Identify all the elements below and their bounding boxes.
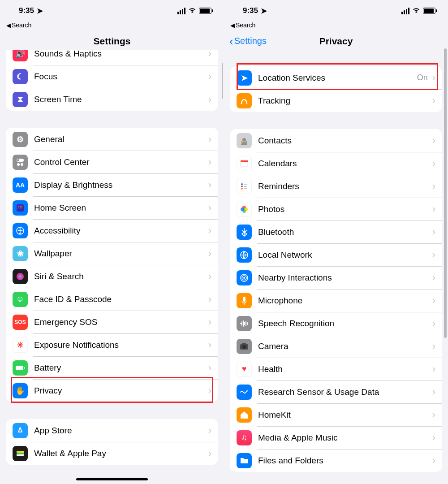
row-local-network[interactable]: Local Network › [230, 243, 442, 266]
row-microphone[interactable]: Microphone › [230, 289, 442, 312]
row-home-screen[interactable]: Home Screen › [6, 196, 218, 219]
breadcrumb-back-search[interactable]: ◀ Search [224, 22, 448, 30]
row-label: Privacy [34, 386, 208, 396]
chevron-right-icon: › [432, 249, 435, 261]
focus-icon: ☾ [13, 69, 28, 84]
breadcrumb-back-search[interactable]: ◀ Search [0, 22, 224, 30]
page-title: Privacy [319, 36, 353, 47]
home-indicator[interactable] [76, 478, 148, 480]
home-screen-icon [13, 200, 28, 216]
page-scrollbar[interactable] [444, 48, 447, 338]
chevron-right-icon: › [208, 179, 211, 191]
row-sounds-haptics[interactable]: 🔊 Sounds & Haptics › [6, 50, 218, 65]
row-speech-recognition[interactable]: Speech Recognition › [230, 312, 442, 335]
svg-rect-18 [17, 453, 24, 454]
chevron-right-icon: › [432, 203, 435, 215]
row-contacts[interactable]: Contacts › [230, 129, 442, 152]
chevron-right-icon: › [208, 134, 211, 145]
row-exposure-notifications[interactable]: ☀ Exposure Notifications › [6, 333, 218, 356]
chevron-right-icon: › [432, 158, 435, 169]
row-calendars[interactable]: Calendars › [230, 152, 442, 175]
svg-point-5 [18, 205, 19, 207]
row-siri-search[interactable]: Siri & Search › [6, 265, 218, 288]
row-control-center[interactable]: Control Center › [6, 151, 218, 173]
chevron-right-icon: › [432, 272, 435, 284]
home-icon [237, 407, 252, 423]
row-camera[interactable]: Camera › [230, 335, 442, 358]
row-bluetooth[interactable]: Bluetooth › [230, 220, 442, 243]
chevron-right-icon: › [432, 455, 435, 467]
row-battery[interactable]: Battery › [6, 356, 218, 379]
svg-point-19 [242, 138, 246, 142]
chevron-right-icon: › [432, 341, 435, 352]
svg-rect-38 [243, 297, 246, 302]
svg-point-3 [21, 163, 23, 166]
row-label: Research Sensor & Usage Data [258, 387, 432, 397]
row-label: Face ID & Passcode [34, 294, 208, 304]
row-label: Wallpaper [34, 249, 208, 259]
settings-scroll[interactable]: 🔊 Sounds & Haptics › ☾ Focus › ⧗ Screen … [0, 50, 224, 484]
chevron-right-icon: › [208, 50, 211, 60]
privacy-scroll[interactable]: ➤ Location Services On › Tracking › Cont… [224, 53, 448, 484]
row-health[interactable]: ♥ Health › [230, 358, 442, 380]
svg-point-35 [243, 277, 245, 279]
row-screen-time[interactable]: ⧗ Screen Time › [6, 88, 218, 111]
row-label: Speech Recognition [258, 319, 432, 328]
chevron-right-icon: › [208, 294, 211, 305]
tracking-icon [237, 93, 252, 108]
battery-icon [423, 8, 435, 14]
row-accessibility[interactable]: Accessibility › [6, 219, 218, 242]
breadcrumb-label: Search [236, 22, 255, 29]
row-nearby-interactions[interactable]: Nearby Interactions › [230, 266, 442, 289]
row-photos[interactable]: Photos › [230, 198, 442, 220]
row-reminders[interactable]: Reminders › [230, 175, 442, 198]
row-wallpaper[interactable]: ❀ Wallpaper › [6, 242, 218, 265]
privacy-group-location: ➤ Location Services On › Tracking › [230, 66, 442, 112]
screenshot-right-privacy: 9:35 ➤ ◀ Search ‹ Settings Privacy ➤ Loc… [224, 0, 448, 484]
wallet-icon [13, 446, 28, 461]
row-tracking[interactable]: Tracking › [230, 89, 442, 112]
globe-icon [237, 247, 252, 263]
row-emergency-sos[interactable]: SOS Emergency SOS › [6, 311, 218, 333]
row-privacy[interactable]: ✋ Privacy › [6, 379, 218, 402]
row-label: Media & Apple Music [258, 433, 432, 443]
chevron-right-icon: › [432, 363, 435, 375]
chevron-right-icon: › [432, 135, 435, 147]
row-label: Nearby Interactions [258, 273, 432, 283]
chevron-right-icon: › [208, 225, 211, 237]
row-label: Bluetooth [258, 227, 432, 237]
svg-rect-14 [16, 366, 23, 370]
row-media-music[interactable]: ♫ Media & Apple Music › [230, 426, 442, 449]
row-label: General [34, 134, 208, 144]
row-location-services[interactable]: ➤ Location Services On › [230, 66, 442, 89]
status-time: 9:35 [243, 6, 258, 15]
row-wallet[interactable]: Wallet & Apple Pay › [6, 442, 218, 465]
nav-back-settings[interactable]: ‹ Settings [229, 30, 267, 52]
research-icon [237, 385, 252, 400]
display-icon: AA [13, 177, 28, 193]
settings-group-general: ⚙ General › Control Center › AA Display … [6, 128, 218, 402]
row-face-id[interactable]: ☺ Face ID & Passcode › [6, 288, 218, 311]
battery-icon [199, 8, 211, 14]
chevron-right-icon: › [208, 362, 211, 374]
svg-point-6 [20, 205, 21, 207]
row-display-brightness[interactable]: AA Display & Brightness › [6, 173, 218, 196]
settings-group-sounds: 🔊 Sounds & Haptics › ☾ Focus › ⧗ Screen … [6, 50, 218, 111]
row-label: App Store [34, 426, 208, 436]
row-research-sensor[interactable]: Research Sensor & Usage Data › [230, 380, 442, 403]
row-label: Screen Time [34, 95, 208, 104]
svg-point-40 [242, 345, 246, 349]
row-homekit[interactable]: HomeKit › [230, 403, 442, 426]
settings-group-store: App Store › Wallet & Apple Pay › [6, 419, 218, 465]
row-label: Contacts [258, 136, 432, 146]
wifi-icon [412, 7, 420, 15]
row-general[interactable]: ⚙ General › [6, 128, 218, 151]
row-files-folders[interactable]: Files and Folders › [230, 449, 442, 472]
folder-icon [237, 453, 252, 468]
row-app-store[interactable]: App Store › [6, 419, 218, 442]
chevron-right-icon: › [208, 385, 211, 397]
cellular-signal-icon [177, 8, 185, 14]
row-focus[interactable]: ☾ Focus › [6, 65, 218, 88]
chevron-right-icon: › [208, 71, 211, 82]
page-title: Settings [94, 36, 131, 47]
